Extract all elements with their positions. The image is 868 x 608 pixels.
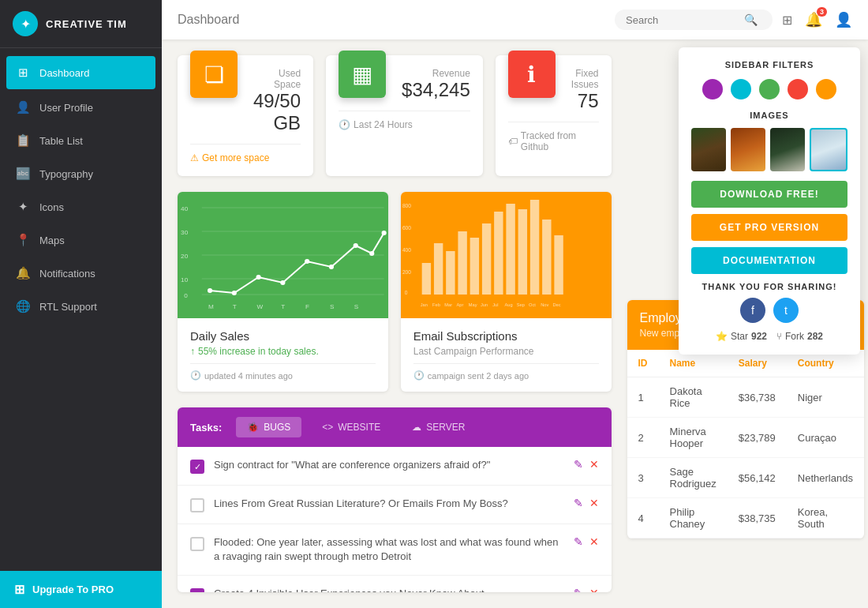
table-row: 1 Dakota Rice $36,738 Niger [627,377,864,418]
col-id: ID [627,350,659,377]
svg-rect-38 [506,204,514,295]
grid-icon[interactable]: ⊞ [782,13,792,28]
tasks-header: Tasks: 🐞 BUGS <> WEBSITE ☁ SERVER [178,407,612,447]
search-icon[interactable]: 🔍 [744,13,758,26]
swatch-teal[interactable] [731,79,751,99]
swatch-red[interactable] [788,79,808,99]
search-input[interactable] [626,14,744,26]
swatch-green[interactable] [759,79,780,99]
star-label: Star [731,331,748,342]
svg-text:Mar: Mar [444,302,452,307]
svg-point-16 [354,243,358,248]
task-delete-icon[interactable]: ✕ [589,587,599,592]
sidebar: ✦ CREATIVE TIM ⊞ Dashboard 👤 User Profil… [0,0,162,608]
task-item: Flooded: One year later, assessing what … [178,524,612,576]
task-edit-icon[interactable]: ✎ [574,458,583,471]
task-checkbox[interactable]: ✓ [190,588,204,592]
task-edit-icon[interactable]: ✎ [574,497,583,509]
revenue-icon: ▦ [339,51,386,98]
github-star-icon: ⭐ [716,331,728,342]
stat-card-content: Revenue $34,245 [402,68,470,101]
cell-salary: $36,738 [728,377,787,418]
swatch-purple[interactable] [702,79,723,99]
task-tab-website[interactable]: <> WEBSITE [311,417,391,437]
dashboard-icon: ⊞ [14,66,32,80]
svg-text:Jul: Jul [492,302,498,307]
stat-card-value: 49/50 GB [253,90,301,134]
topbar: Dashboard 🔍 ⊞ 🔔 3 👤 [162,0,868,39]
chart-cards-row: 40 30 20 10 0 [178,192,612,392]
svg-text:Oct: Oct [529,302,536,307]
task-actions: ✎ ✕ [574,535,599,548]
svg-rect-33 [446,251,455,295]
notification-icon[interactable]: 🔔 3 [805,11,822,28]
get-pro-button[interactable]: GET PRO VERSION [691,214,847,241]
stat-cards-row: ❏ Used Space 49/50 GB ⚠ Get more space ▦… [178,55,612,176]
documentation-button[interactable]: DOCUMENTATION [691,247,847,274]
task-delete-icon[interactable]: ✕ [589,458,599,471]
sidebar-item-label: Maps [39,235,65,246]
download-free-button[interactable]: DOWNLOAD FREE! [691,181,847,208]
filter-image-sunset[interactable] [731,128,765,171]
email-subs-card: 800 600 400 200 0 [401,192,612,392]
github-fork-stat: ⑂ Fork 282 [776,331,823,342]
sidebar-item-label: Notifications [39,268,95,280]
stat-card-fixed-issues: ℹ Fixed Issues 75 🏷 Tracked from Github [496,55,612,176]
sidebar-nav: ⊞ Dashboard 👤 User Profile 📋 Table List … [0,48,162,571]
get-more-space-link[interactable]: Get more space [202,152,269,163]
task-checkbox[interactable]: ✓ [190,460,204,474]
upgrade-button[interactable]: ⊞ Upgrade To PRO [0,571,162,608]
task-tab-server[interactable]: ☁ SERVER [401,417,476,437]
svg-text:Jan: Jan [421,302,428,307]
cell-country: Korea, South [787,498,864,539]
svg-rect-31 [421,263,430,295]
cell-name: Sage Rodriguez [659,458,728,498]
svg-text:Nov: Nov [541,302,548,307]
sidebar-item-rtl[interactable]: 🌐 RTL Support [0,290,162,323]
sidebar-item-user-profile[interactable]: 👤 User Profile [0,91,162,124]
clock-icon: 🕐 [339,119,350,130]
filter-image-forest[interactable] [691,128,726,171]
sidebar-item-dashboard[interactable]: ⊞ Dashboard [6,56,155,89]
task-edit-icon[interactable]: ✎ [574,535,583,548]
daily-sales-subtitle: ↑ 55% increase in today sales. [190,346,376,357]
star-count: 922 [751,331,767,342]
svg-point-17 [369,251,374,256]
task-delete-icon[interactable]: ✕ [589,497,599,509]
cell-country: Netherlands [787,458,864,498]
filter-image-tree[interactable] [770,128,805,171]
svg-rect-42 [554,235,563,295]
swatch-orange[interactable] [816,79,836,99]
table-row: 3 Sage Rodriguez $56,142 Netherlands [627,458,864,498]
daily-sales-chart: 40 30 20 10 0 [178,192,388,318]
sidebar-item-notifications[interactable]: 🔔 Notifications [0,257,162,290]
stat-card-label: Fixed Issues [571,68,599,90]
user-avatar-icon[interactable]: 👤 [835,11,852,28]
task-delete-icon[interactable]: ✕ [589,535,599,548]
task-actions: ✎ ✕ [574,497,599,509]
fork-count: 282 [807,331,823,342]
sidebar-header: ✦ CREATIVE TIM [0,0,162,48]
task-tab-bugs[interactable]: 🐞 BUGS [236,417,301,437]
svg-text:M: M [208,303,214,310]
task-edit-icon[interactable]: ✎ [574,587,583,592]
svg-point-15 [329,265,334,269]
up-arrow-icon: ↑ [190,346,195,357]
user-icon: 👤 [14,100,32,114]
filter-image-snow[interactable] [810,128,847,171]
email-subs-updated: 🕐 campaign sent 2 days ago [413,363,599,381]
sidebar-item-maps[interactable]: 📍 Maps [0,223,162,257]
task-checkbox[interactable] [190,537,204,551]
sidebar-item-typography[interactable]: 🔤 Typography [0,157,162,190]
sidebar-item-icons[interactable]: ✦ Icons [0,190,162,223]
sidebar-item-label: Typography [39,168,93,180]
task-checkbox[interactable] [190,498,204,512]
cell-id: 3 [627,458,659,498]
sidebar-item-label: User Profile [39,102,93,114]
facebook-icon[interactable]: f [740,298,765,323]
svg-rect-35 [470,238,478,295]
svg-text:Apr: Apr [456,302,463,307]
twitter-icon[interactable]: t [773,298,799,323]
sidebar-item-label: RTL Support [39,301,97,313]
sidebar-item-table-list[interactable]: 📋 Table List [0,124,162,157]
